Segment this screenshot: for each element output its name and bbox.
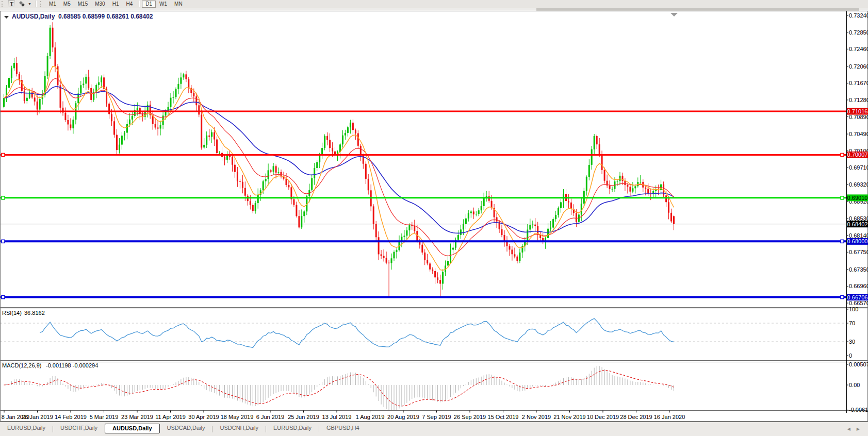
tab-usdcnh-daily[interactable]: USDCNH,Daily xyxy=(212,424,266,432)
tab-usdchf-daily[interactable]: USDCHF,Daily xyxy=(53,424,105,432)
timeframe-button-h1[interactable]: H1 xyxy=(109,1,123,8)
tab-eurusd-daily[interactable]: EURUSD,Daily xyxy=(266,424,319,432)
chart-ohlc-values: 0.68585 0.68599 0.68261 0.68402 xyxy=(58,13,153,20)
date-axis-label: 16 Jan 2020 xyxy=(654,414,685,420)
date-axis-label: 14 Feb 2019 xyxy=(55,414,87,420)
date-axis-label: 11 Apr 2019 xyxy=(155,414,186,420)
tabs-scroll-left-icon[interactable]: ◀ xyxy=(847,427,850,431)
macd-indicator-label: MACD(12,26,9) xyxy=(2,362,41,368)
hline-price-tag-text: 0.70007 xyxy=(847,152,868,158)
text-tool-icon: T xyxy=(8,1,15,7)
text-tool-button[interactable]: T xyxy=(7,1,17,8)
price-axis-label: 0.67350 xyxy=(849,266,868,273)
date-axis-label: 23 Mar 2019 xyxy=(121,414,153,420)
rsi-axis-label: 70 xyxy=(849,320,855,326)
hline-price-tag-text: 0.66706 xyxy=(847,294,868,300)
rsi-axis-label: 100 xyxy=(849,306,858,312)
hline-handle[interactable] xyxy=(841,196,844,199)
price-axis-label: 0.72460 xyxy=(849,46,868,52)
toolbar-grip[interactable] xyxy=(2,1,5,7)
hline-price-tag-text: 0.68000 xyxy=(847,238,868,244)
timeframe-button-h4[interactable]: H4 xyxy=(122,1,136,8)
rsi-indicator-value: 36.8162 xyxy=(24,310,45,316)
date-axis-label: 1 Aug 2019 xyxy=(356,414,385,420)
hline-handle[interactable] xyxy=(841,296,844,299)
timeframe-button-mn[interactable]: MN xyxy=(171,1,186,8)
terminal-window: T ▼ M1M5M15M30H1H4D1W1MN 0.732400.728500… xyxy=(0,0,868,436)
date-axis-label: 15 Oct 2019 xyxy=(488,414,519,420)
date-axis-label: 26 Sep 2019 xyxy=(454,414,486,420)
macd-indicator-values: -0.001198 -0.000294 xyxy=(46,362,98,368)
toolbar-grip[interactable] xyxy=(40,1,43,7)
date-axis-label: 26 Jan 2019 xyxy=(22,414,53,420)
date-axis-label: 5 Mar 2019 xyxy=(90,414,119,420)
price-axis-label: 0.71670 xyxy=(849,80,868,86)
arrows-tool-button[interactable]: ▼ xyxy=(17,1,33,8)
toolbar-separator xyxy=(36,1,36,7)
main-toolbar: T ▼ M1M5M15M30H1H4D1W1MN xyxy=(0,0,868,8)
timeframe-button-m30[interactable]: M30 xyxy=(91,1,108,8)
price-axis-label: 0.68140 xyxy=(849,232,868,239)
date-axis-label: 30 Apr 2019 xyxy=(188,414,219,420)
price-axis-label: 0.72850 xyxy=(849,29,868,36)
price-axis-label: 0.73240 xyxy=(849,12,868,19)
date-axis-label: 7 Sep 2019 xyxy=(422,414,451,420)
date-axis-label: 2 Nov 2019 xyxy=(522,414,551,420)
rsi-axis-label: 30 xyxy=(849,339,855,345)
macd-axis-label: 0.00 xyxy=(849,382,860,388)
price-axis-label: 0.71280 xyxy=(849,97,868,103)
timeframe-button-m5[interactable]: M5 xyxy=(60,1,74,8)
date-axis-label: 28 Dec 2019 xyxy=(620,414,652,420)
date-axis-label: 25 Jun 2019 xyxy=(288,414,319,420)
tab-eurusd-daily[interactable]: EURUSD,Daily xyxy=(0,424,53,432)
rsi-indicator-label: RSI(14) xyxy=(2,310,22,316)
tab-usdcad-daily[interactable]: USDCAD,Daily xyxy=(160,424,212,432)
timeframe-toolbar: M1M5M15M30H1H4D1W1MN xyxy=(45,0,186,8)
timeframe-button-m1[interactable]: M1 xyxy=(45,1,60,8)
timeframe-button-w1[interactable]: W1 xyxy=(156,1,171,8)
price-axis-label: 0.70490 xyxy=(849,131,868,137)
macd-axis-label: 0.005076 xyxy=(849,361,868,367)
price-axis-label: 0.66570 xyxy=(849,300,868,306)
hline-handle[interactable] xyxy=(2,296,5,299)
hline-handle[interactable] xyxy=(841,240,844,243)
date-axis-label: 10 Dec 2019 xyxy=(587,414,619,420)
price-axis-label: 0.66960 xyxy=(849,283,868,289)
date-axis-label: 18 May 2019 xyxy=(221,414,254,420)
price-axis-label: 0.69320 xyxy=(849,181,868,188)
hline-handle[interactable] xyxy=(2,196,5,199)
hline-handle[interactable] xyxy=(2,240,5,243)
hline-handle[interactable] xyxy=(841,153,844,156)
chart-symbol-title: AUDUSD,Daily xyxy=(12,13,55,20)
chart-generated-graphics: 0.732400.728500.724600.720600.716700.712… xyxy=(0,11,868,422)
chart-tabs: EURUSD,DailyUSDCHF,DailyAUDUSD,DailyUSDC… xyxy=(0,422,367,433)
price-axis-label: 0.72060 xyxy=(849,63,868,70)
timeframe-button-m15[interactable]: M15 xyxy=(74,1,91,8)
timeframe-button-d1[interactable]: D1 xyxy=(142,1,156,8)
tabs-scroll-right-icon[interactable]: ▶ xyxy=(857,427,860,431)
date-axis-label: 20 Aug 2019 xyxy=(387,414,419,420)
tab-scroll-controls: ◀ ▶ xyxy=(847,422,868,431)
toolbar-separator xyxy=(139,1,139,7)
date-axis-label: 6 Jun 2019 xyxy=(256,414,284,420)
arrows-tool-icon xyxy=(18,1,26,7)
date-axis-label: 21 Nov 2019 xyxy=(553,414,585,420)
chart-background xyxy=(0,11,868,422)
chart-canvas[interactable]: 0.732400.728500.724600.720600.716700.712… xyxy=(0,11,868,422)
dropdown-arrow-icon: ▼ xyxy=(28,2,31,6)
chart-tab-bar: EURUSD,DailyUSDCHF,DailyAUDUSD,DailyUSDC… xyxy=(0,422,868,436)
date-axis-label: 13 Jul 2019 xyxy=(322,414,352,420)
price-axis-label: 0.67750 xyxy=(849,249,868,255)
hline-price-tag-text: 0.69010 xyxy=(847,195,868,201)
tab-audusd-daily[interactable]: AUDUSD,Daily xyxy=(105,424,159,433)
rsi-axis-label: 0 xyxy=(849,353,852,359)
current-price-tag-text: 0.68402 xyxy=(847,221,868,227)
macd-axis-label: -0.006148 xyxy=(849,407,868,413)
tab-gbpusd-h4[interactable]: GBPUSD,H4 xyxy=(319,424,367,432)
hline-price-tag-text: 0.71016 xyxy=(847,108,868,114)
hline-handle[interactable] xyxy=(2,153,5,156)
price-axis-label: 0.69710 xyxy=(849,164,868,171)
